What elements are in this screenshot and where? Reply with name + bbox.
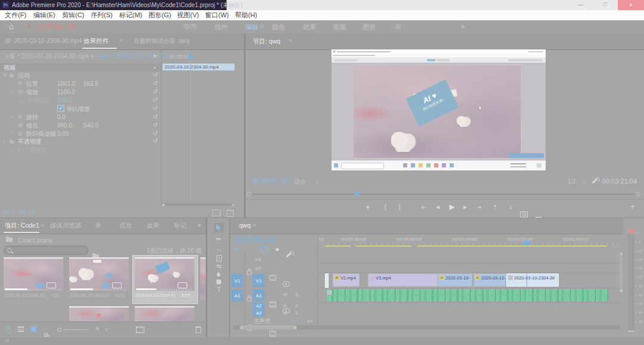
position-stopwatch-icon[interactable]: ⊙ <box>18 81 23 86</box>
uniform-scale-checkbox[interactable]: ✓ <box>57 105 64 112</box>
uniform-scale-reset-icon[interactable]: ↺ <box>153 105 157 111</box>
workspace-tab-edit[interactable]: 编辑 <box>245 24 258 30</box>
anchor-reset-icon[interactable]: ↺ <box>153 122 157 128</box>
fit-dropdown[interactable]: 适合 <box>294 179 306 185</box>
project-search-field[interactable] <box>4 245 88 255</box>
v3-lock-icon[interactable] <box>247 271 252 275</box>
slip-tool[interactable]: ⇆ <box>214 263 224 269</box>
go-to-in-button[interactable]: ⇤ <box>420 204 428 210</box>
workspace-tab-color[interactable]: 颜色 <box>272 24 285 30</box>
scrubber-left-dot[interactable] <box>247 192 251 196</box>
rotation-value[interactable]: 0.0 <box>57 114 66 120</box>
project-panel-menu-icon[interactable]: ≡ <box>41 223 44 228</box>
opacity-expand-icon[interactable]: › <box>3 139 5 144</box>
menu-clip[interactable]: 剪辑(C) <box>62 12 84 18</box>
a1-solo-button[interactable]: S <box>295 293 298 297</box>
snap-magnet-icon[interactable]: ∩ <box>247 247 255 253</box>
hand-tool[interactable] <box>216 279 221 284</box>
source-patch-v1[interactable]: V1 <box>231 274 243 287</box>
master-bowtie-icon[interactable]: ▸◂ <box>308 319 312 323</box>
timeline-clip[interactable]: fxV2.mp4 <box>333 273 360 287</box>
step-back-button[interactable]: ◀ <box>434 205 441 210</box>
timeline-hscrollbar-handle[interactable] <box>240 325 297 330</box>
clip-fragment[interactable] <box>325 273 329 288</box>
icon-view-button[interactable] <box>31 327 36 332</box>
mini-timeline-playhead-head[interactable] <box>188 54 193 60</box>
go-to-out-button[interactable]: ⇥ <box>475 204 483 210</box>
audio-clip-waveform[interactable] <box>326 296 608 302</box>
time-remap-expand-icon[interactable]: › <box>3 147 5 153</box>
track-select-forward-tool[interactable]: ▸▸ <box>214 237 224 241</box>
ripple-edit-tool[interactable]: ↔ <box>214 246 224 252</box>
timeline-playhead-head[interactable] <box>523 241 530 245</box>
resolution-chevron-icon[interactable]: ∨ <box>583 179 586 184</box>
tab-effect-controls[interactable]: 效果控件 <box>83 38 109 44</box>
timeline-clip[interactable]: V3.mp4 <box>368 273 438 287</box>
tab-libraries[interactable]: 库 <box>95 222 102 229</box>
linked-selection-icon[interactable] <box>261 247 267 252</box>
project-item-name[interactable]: 2020-03-10-2255-37.mp4 <box>4 293 46 298</box>
timeline-clip[interactable]: fx2020-03-10- <box>438 273 472 287</box>
razor-tool[interactable] <box>216 255 222 262</box>
project-item-card[interactable]: 2020-03-10-2255-37.mp4 7:23 <box>4 257 63 300</box>
workspace-tab-assembly[interactable]: 组件 <box>215 24 228 30</box>
tab-effects[interactable]: 效果 <box>147 222 159 229</box>
antiflicker-value[interactable]: 0.00 <box>57 131 69 137</box>
pen-tool[interactable] <box>216 272 221 277</box>
mark-in-button[interactable]: { <box>382 204 389 210</box>
v1-sync-lock-icon[interactable] <box>270 331 276 337</box>
project-item-name[interactable]: 2020-03-10-2304-30.mp4 <box>135 293 175 298</box>
timeline-settings-icon[interactable] <box>286 252 292 258</box>
nest-toggle-icon[interactable]: ⇄ <box>233 247 242 252</box>
minimize-button[interactable]: — <box>568 0 593 10</box>
position-y-value[interactable]: 563.5 <box>83 81 98 87</box>
tab-markers[interactable]: 标记 <box>174 222 187 229</box>
meter-clip-indicator-left[interactable] <box>628 229 631 234</box>
opacity-reset-icon[interactable]: ↺ <box>153 138 157 144</box>
program-settings-icon[interactable] <box>592 178 598 184</box>
antiflicker-expand-icon[interactable]: › <box>11 130 13 136</box>
scale-width-reset-icon[interactable]: ↺ <box>153 97 157 103</box>
tab-project[interactable]: 项目: Code1 <box>5 222 39 229</box>
scrubber-right-dot[interactable] <box>636 192 640 196</box>
effect-expand-panel-icon[interactable] <box>227 210 234 217</box>
scale-value[interactable]: 1100.0 <box>57 89 75 95</box>
program-panel-menu-icon[interactable]: ≡ <box>289 38 292 43</box>
tab-media-browser[interactable]: 媒体浏览器 <box>50 222 82 229</box>
system-warning-text[interactable]: 发现系统问题 <box>37 24 76 30</box>
antiflicker-stopwatch-icon[interactable]: ⊙ <box>18 131 23 136</box>
motion-reset-icon[interactable]: ↺ <box>153 72 157 78</box>
menu-sequence[interactable]: 序列(S) <box>91 12 113 18</box>
v3-toggle-output-icon[interactable] <box>283 281 290 287</box>
a1-mute-button[interactable]: M <box>283 293 287 297</box>
mini-timeline-playhead-line[interactable] <box>190 60 191 206</box>
workspace-tab-effects[interactable]: 效果 <box>303 24 316 30</box>
list-view-button[interactable] <box>18 327 24 332</box>
clear-icon[interactable] <box>196 327 201 333</box>
master-level-value[interactable]: 0.0 <box>290 319 296 324</box>
add-marker-button[interactable]: ▼ <box>364 205 372 210</box>
a3-track-name[interactable]: A3 <box>253 310 265 316</box>
automate-to-sequence-icon[interactable] <box>136 327 144 333</box>
project-item-thumbnail[interactable] <box>4 257 63 291</box>
workspace-tab-libraries[interactable]: 库 <box>395 24 401 30</box>
timeline-clip-selected[interactable]: 2020-03-10-2304-30 <box>506 273 559 287</box>
workspace-overflow-icon[interactable]: » <box>461 23 465 30</box>
effect-controls-panel-menu-icon[interactable]: ≡ <box>119 38 122 43</box>
timeline-ruler[interactable]: 00 00:00:40:00 00:00:45:00 00:00:50:00 0… <box>317 234 620 245</box>
menu-help[interactable]: 帮助(H) <box>235 12 257 18</box>
timeline-timecode[interactable]: 00:00:55:18 <box>234 236 275 244</box>
section-video-collapse-icon[interactable]: ▲ <box>153 65 157 69</box>
effect-controls-timecode[interactable]: 00:00:55:18 <box>3 210 35 216</box>
tab-audio-clip-mixer[interactable]: 音频剪辑混合器: qwq <box>134 38 190 44</box>
tab-info[interactable]: 信息 <box>119 222 132 229</box>
project-overflow-icon[interactable]: » <box>197 222 201 228</box>
sort-chevron-icon[interactable]: ∨ <box>105 327 108 331</box>
workspace-tab-audio[interactable]: 音频 <box>333 24 346 30</box>
header-play-icon[interactable]: ▶ <box>154 54 157 58</box>
v3-track-name[interactable]: V3 <box>255 257 261 262</box>
project-item-name[interactable]: 2020-03-10-2300-22... <box>70 293 112 298</box>
workspace-tab-graphics[interactable]: 图形 <box>363 24 376 30</box>
v1-track-name[interactable]: V1 <box>253 274 265 287</box>
position-reset-icon[interactable]: ↺ <box>153 80 157 86</box>
